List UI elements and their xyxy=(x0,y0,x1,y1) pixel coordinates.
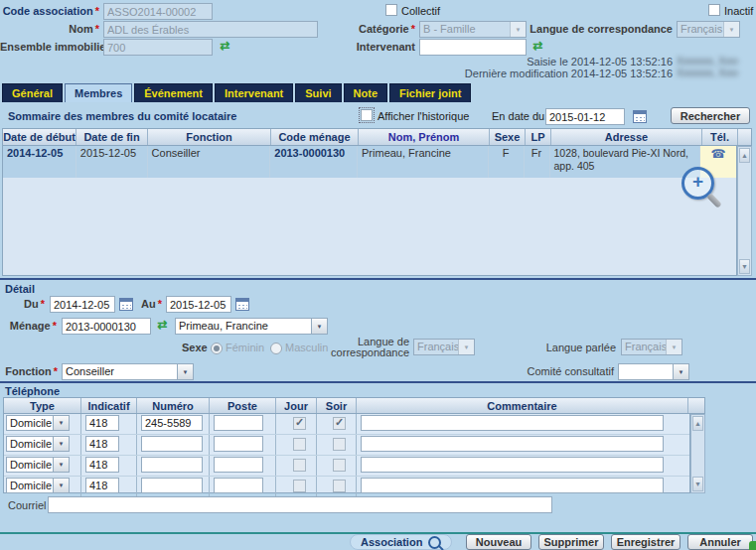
phone-row: Domicile▼ xyxy=(4,477,689,496)
tab-general[interactable]: Général xyxy=(2,83,63,102)
col-date-fin[interactable]: Date de fin xyxy=(76,129,148,145)
numero-field[interactable] xyxy=(141,457,203,473)
scroll-up-icon[interactable]: ▲ xyxy=(692,416,703,431)
tab-suivi[interactable]: Suivi xyxy=(295,83,341,102)
indicatif-field[interactable] xyxy=(85,436,119,452)
saisie-timestamp: Saisie le 2014-12-05 13:52:16 xyxy=(375,56,673,68)
menage-field[interactable] xyxy=(62,318,151,335)
intervenant-field[interactable] xyxy=(419,39,527,56)
du-field[interactable] xyxy=(50,296,115,313)
tab-fichier-joint[interactable]: Fichier joint xyxy=(389,83,471,102)
scroll-down-icon[interactable]: ▼ xyxy=(692,477,703,491)
indicatif-field[interactable] xyxy=(85,478,119,493)
lookup-icon[interactable]: ⇄ xyxy=(155,319,170,333)
col-adresse[interactable]: Adresse xyxy=(551,129,702,145)
commentaire-field[interactable] xyxy=(361,457,664,473)
tab-membres[interactable]: Membres xyxy=(65,83,132,102)
association-button[interactable]: Association xyxy=(350,534,452,550)
soir-checkbox[interactable] xyxy=(333,480,346,492)
au-label: Au* xyxy=(129,298,162,310)
comite-consultatif-select[interactable]: ▼ xyxy=(618,363,689,380)
phone-type-select[interactable]: Domicile▼ xyxy=(6,415,70,431)
poste-field[interactable] xyxy=(214,436,263,452)
en-date-du-field[interactable] xyxy=(545,108,625,125)
col-date-debut[interactable]: Date de début xyxy=(3,129,76,145)
members-table-body: 2014-12-05 2015-12-05 Conseiller 2013-00… xyxy=(2,146,737,276)
phone-type-select[interactable]: Domicile▼ xyxy=(6,457,70,473)
col-nom-prenom[interactable]: Nom, Prénom xyxy=(359,129,490,145)
lookup-icon[interactable]: ⇄ xyxy=(218,40,232,54)
scroll-down-icon[interactable]: ▼ xyxy=(739,259,750,274)
code-association-field[interactable] xyxy=(103,3,213,20)
chevron-down-icon: ▼ xyxy=(177,364,193,379)
jour-checkbox[interactable] xyxy=(293,459,306,472)
du-label: Du* xyxy=(0,298,45,310)
langue-correspondance-detail-select[interactable]: Français▼ xyxy=(413,339,475,355)
chevron-down-icon: ▼ xyxy=(53,437,69,451)
numero-field[interactable] xyxy=(141,436,203,452)
tab-evenement[interactable]: Événement xyxy=(134,83,213,102)
col-tel[interactable]: Tél. xyxy=(702,129,738,145)
table-row[interactable]: 2014-12-05 2015-12-05 Conseiller 2013-00… xyxy=(3,146,736,178)
chevron-down-icon: ▼ xyxy=(311,319,327,334)
fonction-select[interactable]: Conseiller▼ xyxy=(62,363,194,380)
phone-type-select[interactable]: Domicile▼ xyxy=(6,478,70,493)
modification-user-redacted: Xxxxxxx, Xxxxxx xyxy=(677,68,738,79)
zoom-cursor-icon xyxy=(681,167,714,200)
jour-checkbox[interactable] xyxy=(293,417,306,430)
soir-checkbox[interactable] xyxy=(333,459,346,472)
calendar-icon[interactable] xyxy=(235,298,249,311)
indicatif-field[interactable] xyxy=(85,415,119,431)
au-field[interactable] xyxy=(166,296,231,313)
calendar-icon[interactable] xyxy=(633,110,647,123)
supprimer-button[interactable]: Supprimer xyxy=(538,534,604,550)
menage-nom-select[interactable]: Primeau, Francine▼ xyxy=(175,318,328,335)
soir-checkbox[interactable] xyxy=(333,417,346,430)
telephone-title: Téléphone xyxy=(5,385,60,397)
langue-parlee-select[interactable]: Français▼ xyxy=(621,339,682,355)
afficher-historique-checkbox[interactable] xyxy=(361,109,373,121)
phone-icon[interactable]: ☎ xyxy=(711,147,726,161)
members-table-scrollbar[interactable]: ▲ ▼ xyxy=(737,146,752,276)
enregistrer-button[interactable]: Enregistrer xyxy=(611,534,680,550)
col-lp[interactable]: LP xyxy=(526,129,551,145)
commentaire-field[interactable] xyxy=(361,478,664,493)
lookup-icon[interactable]: ⇄ xyxy=(530,40,545,54)
commentaire-field[interactable] xyxy=(361,415,664,431)
annuler-button[interactable]: Annuler xyxy=(687,534,753,550)
cell-date-debut: 2014-12-05 xyxy=(3,146,76,178)
col-sexe[interactable]: Sexe xyxy=(490,129,526,145)
chevron-down-icon: ▼ xyxy=(53,416,69,430)
phone-table-scrollbar[interactable]: ▲ ▼ xyxy=(690,414,705,493)
langue-correspondance-select[interactable]: Français▼ xyxy=(677,21,740,38)
feminin-radio[interactable] xyxy=(211,343,223,354)
col-code-menage[interactable]: Code ménage xyxy=(271,129,359,145)
jour-checkbox[interactable] xyxy=(293,438,306,451)
masculin-label: Masculin xyxy=(285,342,328,353)
phone-type-select[interactable]: Domicile▼ xyxy=(6,436,70,452)
ensemble-immobilier-field[interactable] xyxy=(103,39,213,56)
numero-field[interactable] xyxy=(141,478,203,493)
cell-adresse: 1028, boulevard Pie-XI Nord, app. 405 xyxy=(550,146,701,178)
nouveau-button[interactable]: Nouveau xyxy=(466,534,531,550)
rechercher-button[interactable]: Rechercher xyxy=(671,107,750,124)
poste-field[interactable] xyxy=(214,415,263,431)
collectif-checkbox[interactable] xyxy=(385,4,397,16)
masculin-radio[interactable] xyxy=(270,343,282,354)
commentaire-field[interactable] xyxy=(361,436,664,452)
col-fonction[interactable]: Fonction xyxy=(148,129,271,145)
intervenant-label: Intervenant xyxy=(316,41,415,53)
soir-checkbox[interactable] xyxy=(333,438,346,451)
indicatif-field[interactable] xyxy=(85,457,119,473)
tab-intervenant[interactable]: Intervenant xyxy=(215,83,293,102)
tab-note[interactable]: Note xyxy=(344,83,387,102)
jour-checkbox[interactable] xyxy=(293,480,306,492)
poste-field[interactable] xyxy=(214,457,263,473)
courriel-field[interactable] xyxy=(48,496,552,513)
poste-field[interactable] xyxy=(214,478,263,493)
inactif-checkbox[interactable] xyxy=(708,4,720,16)
nom-field[interactable] xyxy=(103,21,318,38)
numero-field[interactable] xyxy=(141,415,203,431)
scroll-up-icon[interactable]: ▲ xyxy=(739,148,750,163)
col-commentaire: Commentaire xyxy=(357,398,688,413)
